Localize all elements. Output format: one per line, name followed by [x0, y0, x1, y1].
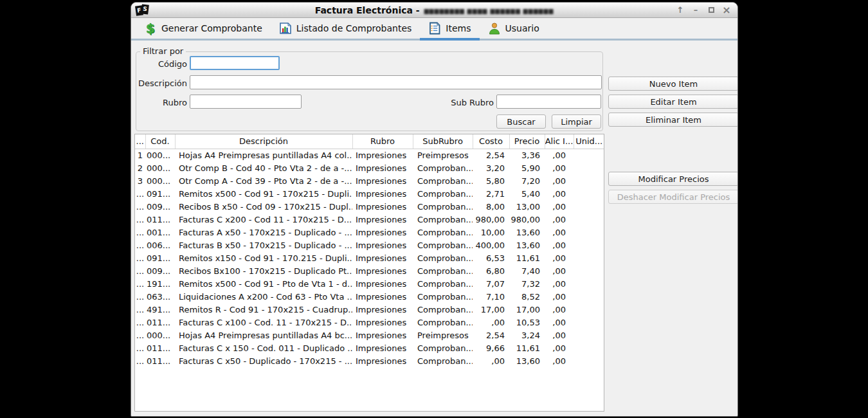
cell-costo[interactable]: 6,80: [473, 264, 509, 277]
cell-cod[interactable]: 009...: [145, 200, 175, 213]
cell-index[interactable]: ...: [135, 251, 145, 264]
tab-usuario[interactable]: Usuario: [480, 18, 548, 39]
cell-subrubro[interactable]: Comproban...: [413, 213, 473, 226]
cell-precio[interactable]: 7,32: [509, 277, 545, 290]
cell-unid[interactable]: [574, 149, 604, 161]
tab-items[interactable]: Items: [420, 18, 479, 39]
cell-alic[interactable]: ,00: [545, 174, 574, 187]
cell-precio[interactable]: 10,53: [509, 316, 545, 329]
cell-index[interactable]: ...: [135, 187, 145, 200]
cell-cod[interactable]: 009...: [145, 264, 175, 277]
cell-descripcion[interactable]: Hojas A4 Preimpresas puntilladas A4 bc..…: [175, 329, 352, 341]
cell-subrubro[interactable]: Comproban...: [413, 174, 473, 187]
cell-rubro[interactable]: Impresiones: [352, 341, 413, 354]
rubro-input[interactable]: [190, 95, 302, 109]
cell-cod[interactable]: 011...: [145, 341, 175, 354]
table-row[interactable]: ... 191... Remitos x500 - Cod 91 - Pto d…: [135, 277, 604, 290]
cell-alic[interactable]: ,00: [545, 149, 574, 161]
modificar-precios-button[interactable]: Modificar Precios: [608, 172, 738, 186]
cell-costo[interactable]: 3,20: [473, 161, 509, 174]
cell-descripcion[interactable]: Facturas B x50 - 170x215 - Duplicado - .…: [175, 239, 352, 251]
cell-descripcion[interactable]: Facturas C x100 - Cod. 11 - 170x215 - D.…: [175, 316, 352, 329]
col-header-unid[interactable]: Unid...: [574, 134, 604, 149]
cell-cod[interactable]: 191...: [145, 277, 175, 290]
cell-descripcion[interactable]: Recibos B x50 - Cod 09 - 170x215 - Dupl.…: [175, 200, 352, 213]
cell-rubro[interactable]: Impresiones: [352, 226, 413, 239]
cell-unid[interactable]: [574, 264, 604, 277]
cell-descripcion[interactable]: Remitos x150 - Cod 91 - 170.215 - Dupli.…: [175, 251, 352, 264]
cell-costo[interactable]: 7,10: [473, 290, 509, 303]
cell-rubro[interactable]: Impresiones: [352, 174, 413, 187]
cell-descripcion[interactable]: Remitos R - Cod 91 - 170x215 - Cuadrup..…: [175, 303, 352, 316]
col-header-precio[interactable]: Precio: [509, 134, 545, 149]
col-header-costo[interactable]: Costo: [473, 134, 509, 149]
col-header-alic[interactable]: Alic I...: [545, 134, 574, 149]
sub-rubro-input[interactable]: [496, 95, 601, 109]
table-row[interactable]: ... 009... Recibos Bx100 - 170x215 - Dup…: [135, 264, 604, 277]
cell-rubro[interactable]: Impresiones: [352, 303, 413, 316]
cell-costo[interactable]: 6,53: [473, 251, 509, 264]
cell-subrubro[interactable]: Comproban...: [413, 290, 473, 303]
limpiar-button[interactable]: Limpiar: [552, 114, 601, 129]
shade-button[interactable]: ↑: [674, 5, 686, 15]
cell-precio[interactable]: 7,40: [509, 264, 545, 277]
cell-subrubro[interactable]: Comproban...: [413, 264, 473, 277]
close-button[interactable]: ×: [721, 5, 732, 15]
cell-index[interactable]: ...: [135, 354, 145, 367]
cell-descripcion[interactable]: Remitos x500 - Cod 91 - Pto de Vta 1 - d…: [175, 277, 352, 290]
cell-cod[interactable]: 001...: [145, 226, 175, 239]
cell-precio[interactable]: 13,60: [509, 354, 545, 367]
cell-unid[interactable]: [574, 187, 604, 200]
table-row[interactable]: 3 000... Otr Comp A - Cod 39 - Pto Vta 2…: [135, 174, 604, 187]
cell-rubro[interactable]: Impresiones: [352, 239, 413, 251]
cell-unid[interactable]: [574, 226, 604, 239]
cell-costo[interactable]: 2,54: [473, 329, 509, 341]
cell-unid[interactable]: [574, 277, 604, 290]
cell-unid[interactable]: [574, 239, 604, 251]
cell-precio[interactable]: 13,60: [509, 239, 545, 251]
cell-index[interactable]: ...: [135, 200, 145, 213]
cell-rubro[interactable]: Impresiones: [352, 316, 413, 329]
cell-index[interactable]: ...: [135, 226, 145, 239]
minimize-button[interactable]: –: [690, 5, 701, 15]
cell-alic[interactable]: ,00: [545, 251, 574, 264]
cell-subrubro[interactable]: Comproban...: [413, 161, 473, 174]
table-row[interactable]: ... 011... Facturas C x200 - Cod 11 - 17…: [135, 213, 604, 226]
table-row[interactable]: 1 000... Hojas A4 Preimpresas puntillada…: [135, 149, 604, 161]
col-header-rubro[interactable]: Rubro: [352, 134, 413, 149]
cell-index[interactable]: 3: [135, 174, 145, 187]
cell-descripcion[interactable]: Facturas C x 150 - Cod. 011 - Duplicado …: [175, 341, 352, 354]
cell-rubro[interactable]: Impresiones: [352, 277, 413, 290]
cell-rubro[interactable]: Impresiones: [352, 290, 413, 303]
cell-precio[interactable]: 5,40: [509, 187, 545, 200]
cell-precio[interactable]: 13,00: [509, 200, 545, 213]
cell-index[interactable]: ...: [135, 341, 145, 354]
cell-subrubro[interactable]: Preimpresos: [413, 329, 473, 341]
cell-descripcion[interactable]: Recibos Bx100 - 170x215 - Duplicado Pt..…: [175, 264, 352, 277]
cell-cod[interactable]: 011...: [145, 213, 175, 226]
cell-alic[interactable]: ,00: [545, 239, 574, 251]
col-header-index[interactable]: ...: [135, 134, 145, 149]
cell-rubro[interactable]: Impresiones: [352, 161, 413, 174]
cell-subrubro[interactable]: Comproban...: [413, 200, 473, 213]
cell-costo[interactable]: ,00: [473, 316, 509, 329]
cell-alic[interactable]: ,00: [545, 329, 574, 341]
titlebar[interactable]: F S Factura Electrónica - ▆▆▆▆▆▆▆▆ ▆▆▆▆ …: [131, 3, 737, 18]
cell-unid[interactable]: [574, 213, 604, 226]
cell-rubro[interactable]: Impresiones: [352, 187, 413, 200]
col-header-cod[interactable]: Cod.: [145, 134, 175, 149]
cell-index[interactable]: ...: [135, 239, 145, 251]
cell-index[interactable]: ...: [135, 316, 145, 329]
cell-unid[interactable]: [574, 200, 604, 213]
cell-rubro[interactable]: Impresiones: [352, 354, 413, 367]
cell-precio[interactable]: 3,36: [509, 149, 545, 161]
cell-descripcion[interactable]: Otr Comp A - Cod 39 - Pto Vta 2 - de a -…: [175, 174, 352, 187]
cell-unid[interactable]: [574, 354, 604, 367]
cell-costo[interactable]: ,00: [473, 354, 509, 367]
cell-alic[interactable]: ,00: [545, 303, 574, 316]
cell-subrubro[interactable]: Comproban...: [413, 303, 473, 316]
cell-costo[interactable]: 10,00: [473, 226, 509, 239]
cell-alic[interactable]: ,00: [545, 290, 574, 303]
cell-subrubro[interactable]: Comproban...: [413, 277, 473, 290]
cell-precio[interactable]: 13,60: [509, 226, 545, 239]
